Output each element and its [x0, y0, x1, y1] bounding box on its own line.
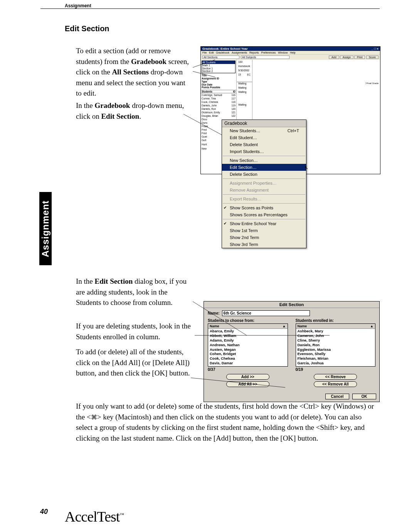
sections-list[interactable]: All SectionsMath 1Section 1Section 2 — [202, 61, 236, 73]
add-button[interactable]: Add >> — [226, 374, 269, 380]
section-option[interactable]: Section 2 — [202, 70, 235, 73]
section-name-input[interactable] — [222, 310, 310, 316]
choose-from-count: 0/37 — [208, 367, 288, 372]
menu-item-delete-student[interactable]: Delete Student — [222, 141, 306, 148]
sections-dropdown[interactable]: All Sections — [202, 56, 239, 59]
list-item[interactable]: Abbott, William — [208, 333, 288, 338]
list-item[interactable]: Cameron, John — [296, 333, 375, 338]
section-option[interactable]: Section 1 — [202, 67, 235, 70]
student-status: Waiting — [237, 91, 251, 95]
menu-item-export-results: Export Results… — [222, 195, 306, 202]
cursor-icon: ↖ — [305, 165, 308, 170]
list-item[interactable]: Eggleston, Marissa — [296, 347, 375, 352]
student-status: Waiting — [237, 103, 251, 108]
choose-from-caption: Students to choose from: — [208, 318, 288, 323]
menu-window[interactable]: Window — [278, 51, 288, 54]
menu-reports[interactable]: Reports — [249, 51, 259, 54]
list-item[interactable]: Austen, Megan — [208, 347, 288, 352]
student-row[interactable]: Daniels, Ron120 — [201, 107, 236, 111]
section-option[interactable]: Math 1 — [202, 64, 235, 67]
cancel-button[interactable]: Cancel — [325, 394, 349, 399]
menu-item-show-entire-school-year[interactable]: Show Entire School Year — [222, 220, 306, 227]
window-title: Gradebook: Entire School Year — [202, 47, 248, 51]
remove-all-button[interactable]: << Remove All — [314, 381, 357, 387]
menu-gradebook[interactable]: Gradebook — [216, 51, 229, 54]
remove-button[interactable]: << Remove — [314, 374, 357, 380]
menu-help[interactable]: Help — [290, 51, 295, 54]
page-number: 40 — [40, 508, 48, 516]
menu-item-shows-scores-as-percentages[interactable]: Shows Scores as Percentages — [222, 211, 306, 218]
menu-file[interactable]: File — [202, 51, 207, 54]
paragraph-4: If you are deleting students, look in th… — [76, 321, 194, 342]
student-status — [237, 108, 251, 112]
list-item[interactable]: Abarca, Emily — [208, 329, 288, 333]
menu-assignments[interactable]: Assignments — [232, 51, 247, 54]
student-status — [237, 95, 251, 99]
ok-button[interactable]: OK — [352, 394, 376, 399]
add-button[interactable]: Add — [329, 56, 339, 59]
student-row[interactable]: Daniels, John119 — [201, 104, 236, 107]
menu-item-new-section[interactable]: New Section… — [222, 157, 306, 164]
assign-button[interactable]: Assign — [340, 56, 353, 59]
header-topic: Assignment — [65, 3, 91, 8]
enrolled-caption: Students enrolled in: — [296, 318, 376, 323]
list-item[interactable]: Garcia, Joshua — [296, 361, 375, 365]
list-item[interactable]: Evenson, Shelly — [296, 352, 375, 356]
enrolled-list[interactable]: Name▲ Ashbeck, MaryCameron, JohnCline, S… — [296, 323, 376, 367]
menu-item-show-scores-as-points[interactable]: Show Scores as Points — [222, 204, 306, 211]
sort-icon[interactable]: ▲ — [370, 324, 374, 328]
menu-item-import-students[interactable]: Import Students… — [222, 148, 306, 155]
list-item[interactable]: Daniels, Ron — [296, 343, 375, 347]
score-button[interactable]: Score — [366, 56, 379, 59]
student-status: Waiting — [237, 82, 251, 86]
menu-preferences[interactable]: Preferences — [261, 51, 276, 54]
command-key-icon: ⌘ — [91, 414, 97, 421]
list-item[interactable]: Cline, Sherry — [296, 338, 375, 343]
add-all-button[interactable]: Add All >> — [226, 381, 269, 387]
window-controls[interactable]: _ □ × — [372, 47, 379, 51]
menu-edit[interactable]: Edit — [209, 51, 214, 54]
list-item[interactable]: Andrews, Nathan — [208, 343, 288, 347]
name-label: Name: — [208, 311, 220, 315]
student-status: Waiting — [237, 86, 251, 91]
choose-from-list[interactable]: Name▲ Abarca, EmilyAbbott, WilliamAdams,… — [208, 323, 288, 367]
menu-item-remove-assignment: Remove Assignment — [222, 187, 306, 194]
student-row[interactable]: Cook, Chelsea118 — [201, 100, 236, 104]
final-grade-header: Final Grade — [365, 82, 379, 84]
menu-item-new-students[interactable]: New Students…Ctrl+T — [222, 127, 306, 134]
list-item[interactable]: Fleishman, Mirian — [296, 356, 375, 361]
menu-item-show-3rd-term[interactable]: Show 3rd Term — [222, 241, 306, 248]
list-item[interactable]: Davis, Damar — [208, 361, 288, 365]
student-row[interactable]: Coleridge, Samuel116 — [201, 93, 236, 97]
student-row[interactable]: Conner, Tina117 — [201, 97, 236, 100]
edit-section-dialog: Edit Section Name: Students to choose fr… — [204, 301, 380, 402]
subjects-dropdown[interactable]: All Subjects — [241, 56, 289, 59]
menu-item-assignment-properties: Assignment Properties… — [222, 180, 306, 187]
print-button[interactable]: Print — [354, 56, 365, 59]
student-row[interactable]: Dickinson, Emily121 — [201, 111, 236, 114]
list-item[interactable]: Adams, Emily — [208, 338, 288, 343]
student-status — [237, 99, 251, 103]
paragraph-6: If you only want to add (or delete) some… — [76, 401, 379, 443]
side-tab: Assignment — [39, 192, 52, 265]
menu-item-delete-section[interactable]: Delete Section — [222, 171, 306, 178]
list-item[interactable]: Cohen, Bridget — [208, 352, 288, 356]
logo: AccelTest™ — [65, 508, 124, 525]
header-rule — [40, 8, 380, 9]
menu-item-show-1st-term[interactable]: Show 1st Term — [222, 227, 306, 234]
section-heading: Edit Section — [65, 24, 109, 33]
section-option[interactable]: All Sections — [202, 61, 235, 64]
paragraph-2: In the Gradebook drop-down menu, click o… — [76, 100, 192, 121]
dialog-title: Edit Section — [204, 301, 379, 308]
menu-item-show-2nd-term[interactable]: Show 2nd Term — [222, 234, 306, 241]
list-item[interactable]: Cook, Chelsea — [208, 356, 288, 361]
paragraph-3: In the Edit Section dialog box, if you a… — [76, 276, 192, 308]
menu-item-edit-student[interactable]: Edit Student… — [222, 134, 306, 141]
menu-item-edit-section[interactable]: Edit Section…↖ — [222, 164, 306, 171]
enrolled-count: 0/19 — [296, 367, 376, 372]
gradebook-menu: Gradebook New Students…Ctrl+TEdit Studen… — [222, 120, 306, 248]
gradebook-menu-title: Gradebook — [222, 120, 306, 127]
list-item[interactable]: Ashbeck, Mary — [296, 329, 375, 333]
sort-icon[interactable]: ▲ — [283, 324, 286, 328]
student-row[interactable]: Douglas, Brian122 — [201, 114, 236, 118]
